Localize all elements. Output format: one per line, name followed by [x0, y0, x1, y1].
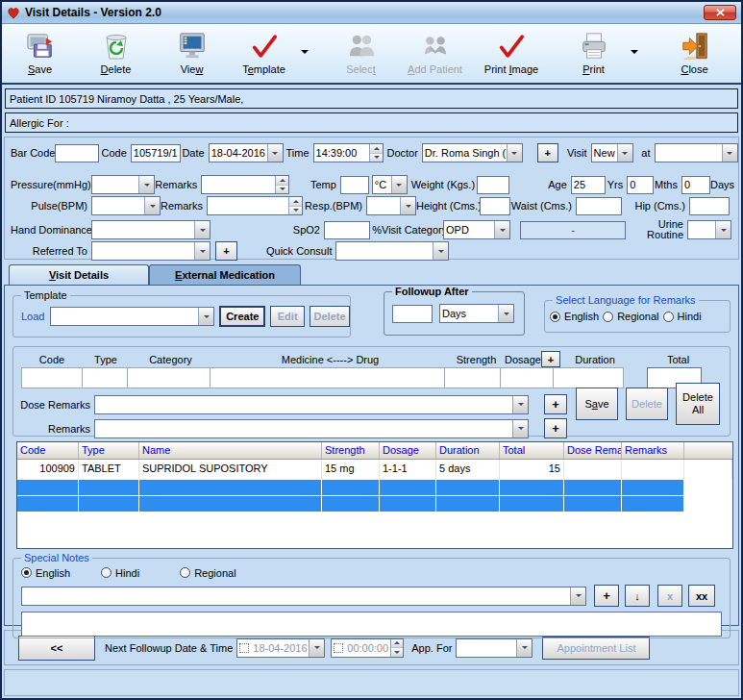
spinner-buttons[interactable] [275, 176, 288, 193]
note-remove-all-button[interactable]: xx [688, 585, 715, 607]
height-input[interactable] [480, 197, 510, 215]
age-days-input[interactable] [681, 176, 710, 194]
col-duration[interactable]: Duration [436, 442, 500, 459]
special-notes-select[interactable] [21, 587, 586, 606]
medicine-save-button[interactable]: Save [576, 388, 618, 420]
visit-date-select[interactable]: 18-04-2016 [209, 143, 284, 162]
followup-unit-select[interactable]: Days [439, 304, 514, 323]
col-type[interactable]: Type [79, 442, 139, 459]
visit-time-spinner[interactable]: 14:39:00 [313, 143, 384, 162]
app-for-select[interactable] [456, 638, 532, 658]
visit-category-select[interactable]: OPD [443, 220, 510, 239]
add-dose-remark-button[interactable]: + [544, 394, 567, 414]
col-name[interactable]: Name [139, 442, 322, 459]
chevron-down-icon[interactable] [194, 221, 210, 238]
language-regional-radio[interactable] [603, 312, 613, 322]
visit-type-select[interactable]: New [591, 143, 633, 162]
notes-regional-radio[interactable] [180, 567, 190, 578]
date-checkbox[interactable] [239, 643, 249, 653]
remarks-select[interactable] [94, 419, 529, 438]
toolbar-print-button[interactable]: Print [559, 25, 628, 83]
note-add-button[interactable]: + [594, 585, 619, 607]
toolbar-view-button[interactable]: View [158, 25, 226, 83]
col-dosage[interactable]: Dosage [380, 442, 436, 459]
tab-visit-details[interactable]: Visit Details [9, 264, 149, 285]
pressure-select[interactable] [91, 175, 155, 194]
col-code[interactable]: Code [17, 442, 79, 459]
referred-to-select[interactable] [91, 241, 211, 261]
chevron-down-icon[interactable] [494, 221, 509, 238]
chevron-down-icon[interactable] [516, 639, 532, 657]
chevron-down-icon[interactable] [198, 308, 213, 325]
pulse-remarks-input[interactable] [207, 196, 303, 215]
chevron-down-icon[interactable] [138, 176, 154, 193]
chevron-down-icon[interactable] [512, 420, 528, 438]
weight-input[interactable] [477, 176, 509, 194]
toolbar-print-image-button[interactable]: Print Image [475, 25, 548, 83]
dose-remarks-select[interactable] [94, 395, 529, 414]
toolbar-save-button[interactable]: Save [6, 25, 74, 83]
entry-category-input[interactable] [127, 367, 211, 388]
spinner-buttons[interactable] [369, 144, 383, 162]
entry-medicine-input[interactable] [210, 367, 445, 388]
urine-routine-select[interactable] [687, 220, 731, 239]
special-notes-textarea[interactable] [21, 612, 722, 637]
toolbar-close-button[interactable]: Close [660, 25, 729, 83]
add-remark-button[interactable]: + [544, 418, 567, 438]
temp-input[interactable] [340, 176, 369, 194]
chevron-down-icon[interactable] [507, 144, 522, 162]
col-dose-remarks[interactable]: Dose Remar [564, 442, 622, 459]
col-remarks[interactable]: Remarks [622, 442, 684, 459]
notes-english-radio[interactable] [21, 567, 32, 578]
chevron-down-icon[interactable] [194, 242, 210, 260]
followup-time-spinner[interactable]: 00:00:00 [331, 638, 404, 658]
pulse-select[interactable] [91, 196, 161, 215]
notes-hindi-radio[interactable] [101, 567, 111, 578]
entry-duration-input[interactable] [553, 367, 624, 388]
entry-code-input[interactable] [21, 367, 83, 388]
tab-external-medication[interactable]: External Medication [149, 264, 301, 285]
selected-empty-row[interactable] [17, 480, 732, 495]
spo2-input[interactable] [324, 221, 370, 239]
template-menu-arrow[interactable] [298, 42, 311, 62]
chevron-down-icon[interactable] [433, 242, 448, 260]
spinner-buttons[interactable] [390, 639, 403, 657]
chevron-down-icon[interactable] [267, 144, 283, 162]
waist-input[interactable] [576, 197, 622, 215]
doctor-select[interactable]: Dr. Roma Singh (MD) [422, 143, 523, 162]
col-total[interactable]: Total [500, 442, 564, 459]
chevron-down-icon[interactable] [144, 197, 160, 214]
time-checkbox[interactable] [334, 643, 343, 653]
age-years-input[interactable] [571, 176, 606, 194]
followup-after-input[interactable] [392, 305, 433, 323]
template-create-button[interactable]: Create [219, 306, 265, 327]
code-input[interactable] [131, 144, 181, 162]
chevron-down-icon[interactable] [512, 396, 528, 413]
selected-empty-row[interactable] [17, 496, 732, 512]
resp-select[interactable] [366, 196, 416, 215]
language-hindi-radio[interactable] [663, 312, 674, 322]
chevron-down-icon[interactable] [498, 305, 513, 322]
entry-type-input[interactable] [82, 367, 128, 388]
temp-unit-select[interactable]: °C [372, 175, 408, 194]
spinner-buttons[interactable] [288, 197, 302, 214]
medicine-row[interactable]: 100909 TABLET SUPRIDOL SUPOSITORY 15 mg … [17, 460, 732, 480]
followup-date-select[interactable]: 18-04-2016 [236, 638, 325, 658]
chevron-down-icon[interactable] [570, 588, 585, 605]
add-referred-button[interactable]: + [215, 241, 237, 261]
add-dosage-button[interactable]: + [541, 351, 560, 367]
chevron-down-icon[interactable] [715, 221, 731, 238]
chevron-down-icon[interactable] [722, 144, 737, 162]
pressure-remarks-input[interactable] [201, 175, 289, 194]
back-button[interactable]: << [18, 636, 95, 661]
chevron-down-icon[interactable] [400, 197, 415, 214]
toolbar-delete-button[interactable]: Delete [82, 25, 150, 83]
hip-input[interactable] [689, 197, 730, 215]
at-select[interactable] [655, 143, 738, 162]
medicine-delete-all-button[interactable]: Delete All [676, 383, 720, 425]
entry-strength-input[interactable] [444, 367, 501, 388]
note-move-down-button[interactable]: ↓ [625, 585, 650, 607]
chevron-down-icon[interactable] [309, 639, 324, 657]
bar-code-input[interactable] [55, 144, 99, 162]
chevron-down-icon[interactable] [617, 144, 632, 162]
